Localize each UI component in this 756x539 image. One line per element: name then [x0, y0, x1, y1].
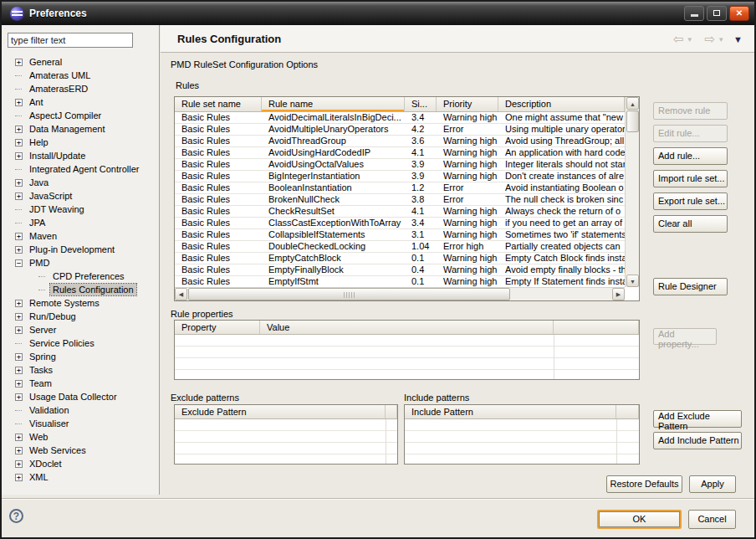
add-include-pattern-button[interactable]: Add Include Pattern: [653, 432, 742, 449]
expand-icon[interactable]: +: [15, 393, 23, 401]
expand-icon[interactable]: +: [15, 447, 23, 454]
table-row[interactable]: Basic RulesCheckResultSet4.1Warning high…: [175, 206, 625, 218]
sidebar-item-pmd[interactable]: −PMD: [2, 256, 158, 270]
column-header-description[interactable]: Description: [498, 97, 625, 111]
sidebar-item-visualiser[interactable]: Visualiser: [2, 417, 158, 430]
expand-icon[interactable]: +: [15, 353, 23, 361]
title-bar[interactable]: Preferences ✕: [2, 2, 754, 25]
expand-icon[interactable]: +: [15, 246, 23, 254]
sidebar-item-xml[interactable]: +XML: [2, 470, 158, 484]
add-exclude-pattern-button[interactable]: Add Exclude Pattern: [653, 410, 742, 428]
scroll-down-icon[interactable]: ▼: [626, 275, 639, 287]
restore-defaults-button[interactable]: Restore Defaults: [606, 475, 682, 493]
sidebar-item-cpd-preferences[interactable]: CPD Preferences: [2, 270, 158, 283]
column-header-rule-name[interactable]: Rule name: [262, 97, 405, 111]
collapse-icon[interactable]: −: [15, 259, 23, 267]
filter-input[interactable]: [8, 33, 133, 48]
expand-icon[interactable]: +: [15, 233, 23, 240]
sidebar-item-web[interactable]: +Web: [2, 430, 158, 444]
apply-button[interactable]: Apply: [689, 475, 736, 493]
sidebar-item-jdt-weaving[interactable]: JDT Weaving: [2, 203, 158, 216]
edit-rule-button[interactable]: Edit rule...: [653, 125, 728, 142]
table-row[interactable]: Basic RulesBooleanInstantiation1.2ErrorA…: [175, 182, 625, 194]
column-header-si[interactable]: Si...: [405, 97, 437, 111]
sidebar-item-usage-data-collector[interactable]: +Usage Data Collector: [2, 390, 158, 403]
sidebar-item-team[interactable]: +Team: [2, 377, 158, 390]
clear-all-button[interactable]: Clear all: [653, 215, 728, 233]
back-arrow-icon[interactable]: ⇦: [673, 32, 684, 47]
sidebar-item-javascript[interactable]: +JavaScript: [2, 189, 158, 203]
expand-icon[interactable]: +: [15, 179, 23, 187]
help-icon[interactable]: ?: [9, 509, 23, 523]
forward-arrow-icon[interactable]: ⇨: [705, 32, 716, 47]
sidebar-item-web-services[interactable]: +Web Services: [2, 444, 158, 457]
view-menu-icon[interactable]: ▼: [733, 34, 743, 44]
sidebar-item-java[interactable]: +Java: [2, 176, 158, 189]
cancel-button[interactable]: Cancel: [688, 510, 736, 529]
sidebar-item-general[interactable]: +General: [2, 55, 158, 69]
forward-history-caret-icon[interactable]: ▼: [718, 36, 724, 44]
sidebar-item-run-debug[interactable]: +Run/Debug: [2, 310, 158, 323]
expand-icon[interactable]: +: [15, 313, 23, 321]
sidebar-item-amateras-uml[interactable]: Amateras UML: [2, 69, 158, 82]
remove-rule-button[interactable]: Remove rule: [653, 102, 728, 120]
sidebar-item-tasks[interactable]: +Tasks: [2, 363, 158, 377]
expand-icon[interactable]: +: [15, 474, 23, 481]
expand-icon[interactable]: +: [15, 99, 23, 106]
value-column-header[interactable]: Value: [260, 321, 554, 334]
sidebar-item-ant[interactable]: +Ant: [2, 95, 158, 109]
expand-icon[interactable]: +: [15, 460, 23, 468]
table-row[interactable]: Basic RulesBigIntegerInstantiation3.9War…: [175, 171, 625, 182]
rule-designer-button[interactable]: Rule Designer: [653, 278, 728, 295]
table-row[interactable]: Basic RulesDoubleCheckedLocking1.04Error…: [175, 241, 625, 253]
expand-icon[interactable]: +: [15, 434, 23, 441]
ok-button[interactable]: OK: [597, 510, 682, 529]
sidebar-item-spring[interactable]: +Spring: [2, 350, 158, 363]
table-row[interactable]: Basic RulesAvoidUsingHardCodedIP4.1Warni…: [175, 147, 625, 159]
column-header-rule-set-name[interactable]: Rule set name: [175, 97, 262, 111]
close-button[interactable]: ✕: [729, 6, 749, 21]
horizontal-scrollbar[interactable]: ◀ ▶: [175, 287, 625, 300]
scroll-up-icon[interactable]: ▲: [626, 97, 639, 110]
horizontal-scroll-thumb[interactable]: [188, 288, 510, 300]
maximize-button[interactable]: [707, 6, 727, 21]
exclude-pattern-column-header[interactable]: Exclude Pattern: [175, 405, 386, 418]
import-rule-set-button[interactable]: Import rule set...: [653, 170, 728, 187]
table-row[interactable]: Basic RulesCollapsibleIfStatements3.1War…: [175, 229, 625, 241]
expand-icon[interactable]: +: [15, 380, 23, 388]
table-row[interactable]: Basic RulesEmptyFinallyBlock0.4Warning h…: [175, 264, 625, 276]
sidebar-item-service-policies[interactable]: Service Policies: [2, 336, 158, 350]
scroll-right-icon[interactable]: ▶: [612, 288, 625, 300]
expand-icon[interactable]: +: [15, 59, 23, 66]
table-row[interactable]: Basic RulesClassCastExceptionWithToArray…: [175, 218, 625, 229]
export-rule-set-button[interactable]: Export rule set...: [653, 192, 728, 210]
sidebar-item-rules-configuration[interactable]: Rules Configuration: [2, 283, 158, 296]
sidebar-item-server[interactable]: +Server: [2, 323, 158, 336]
expand-icon[interactable]: +: [15, 192, 23, 200]
include-pattern-column-header[interactable]: Include Pattern: [405, 405, 616, 418]
table-row[interactable]: Basic RulesAvoidDecimalLiteralsInBigDeci…: [175, 112, 625, 124]
column-header-priority[interactable]: Priority: [437, 97, 498, 111]
expand-icon[interactable]: +: [15, 126, 23, 133]
sidebar-item-aspectj-compiler[interactable]: AspectJ Compiler: [2, 109, 158, 122]
vertical-scrollbar[interactable]: ▲ ▼: [625, 97, 639, 287]
sidebar-item-plug-in-development[interactable]: +Plug-in Development: [2, 243, 158, 256]
minimize-button[interactable]: [684, 6, 704, 21]
add-rule-button[interactable]: Add rule...: [653, 147, 728, 165]
sidebar-item-validation[interactable]: Validation: [2, 403, 158, 417]
expand-icon[interactable]: +: [15, 152, 23, 160]
sidebar-item-jpa[interactable]: JPA: [2, 216, 158, 229]
expand-icon[interactable]: +: [15, 300, 23, 307]
back-history-caret-icon[interactable]: ▼: [687, 36, 693, 44]
table-row[interactable]: Basic RulesBrokenNullCheck3.8ErrorThe nu…: [175, 194, 625, 206]
expand-icon[interactable]: +: [15, 326, 23, 334]
sidebar-item-data-management[interactable]: +Data Management: [2, 122, 158, 136]
vertical-scroll-thumb[interactable]: [626, 110, 639, 132]
sidebar-item-remote-systems[interactable]: +Remote Systems: [2, 296, 158, 310]
sidebar-item-amateraserd[interactable]: AmaterasERD: [2, 82, 158, 95]
sidebar-item-install-update[interactable]: +Install/Update: [2, 149, 158, 162]
sidebar-item-xdoclet[interactable]: +XDoclet: [2, 457, 158, 470]
table-row[interactable]: Basic RulesAvoidUsingOctalValues3.9Warni…: [175, 159, 625, 171]
expand-icon[interactable]: +: [15, 367, 23, 374]
table-row[interactable]: Basic RulesAvoidThreadGroup3.6Warning hi…: [175, 136, 625, 147]
